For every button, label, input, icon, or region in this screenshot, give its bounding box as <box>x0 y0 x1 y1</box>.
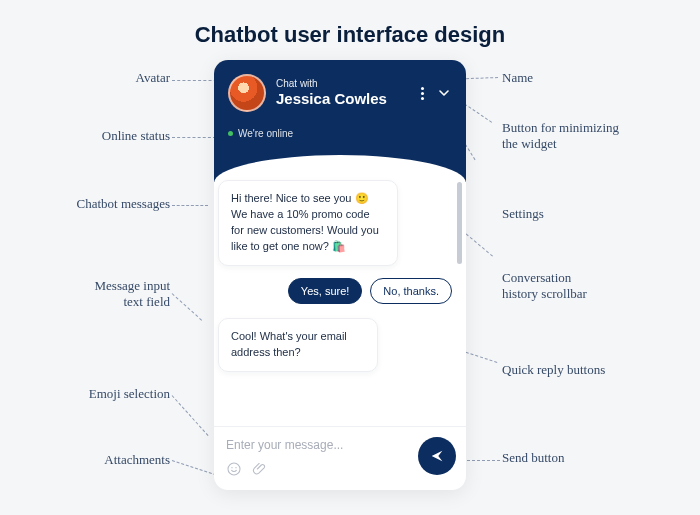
annotation-input: Message input text field <box>60 278 170 311</box>
annotation-attach: Attachments <box>62 452 170 468</box>
annotation-avatar: Avatar <box>90 70 170 86</box>
annotation-minimize: Button for minimizing the widget <box>502 120 619 153</box>
composer <box>214 426 466 490</box>
settings-icon[interactable] <box>421 87 424 100</box>
quick-replies: Yes, sure! No, thanks. <box>224 278 452 304</box>
header-name: Jessica Cowles <box>276 90 411 108</box>
minimize-button[interactable] <box>436 85 452 101</box>
annotation-online: Online status <box>62 128 170 144</box>
chat-widget: Chat with Jessica Cowles We're online Hi… <box>214 60 466 490</box>
annotation-send: Send button <box>502 450 564 466</box>
annotation-scrollbar: Conversation history scrollbar <box>502 270 587 303</box>
bot-message: Cool! What's your email address then? <box>218 318 378 372</box>
scrollbar[interactable] <box>457 182 462 264</box>
svg-point-0 <box>228 463 240 475</box>
chat-header: Chat with Jessica Cowles We're online <box>214 60 466 182</box>
attachment-icon[interactable] <box>252 461 268 481</box>
header-pretitle: Chat with <box>276 78 411 90</box>
annotation-messages: Chatbot messages <box>40 196 170 212</box>
page-title: Chatbot user interface design <box>0 22 700 48</box>
svg-point-1 <box>231 467 232 468</box>
svg-point-2 <box>235 467 236 468</box>
send-button[interactable] <box>418 437 456 475</box>
annotation-emoji: Emoji selection <box>52 386 170 402</box>
annotation-name: Name <box>502 70 533 86</box>
quick-reply-yes[interactable]: Yes, sure! <box>288 278 363 304</box>
annotation-settings: Settings <box>502 206 544 222</box>
online-status: We're online <box>228 128 293 139</box>
avatar <box>228 74 266 112</box>
bot-message: Hi there! Nice to see you 🙂 We have a 10… <box>218 180 398 266</box>
annotation-quick: Quick reply buttons <box>502 362 605 378</box>
emoji-icon[interactable] <box>226 461 242 481</box>
chat-body: Hi there! Nice to see you 🙂 We have a 10… <box>214 172 466 426</box>
quick-reply-no[interactable]: No, thanks. <box>370 278 452 304</box>
